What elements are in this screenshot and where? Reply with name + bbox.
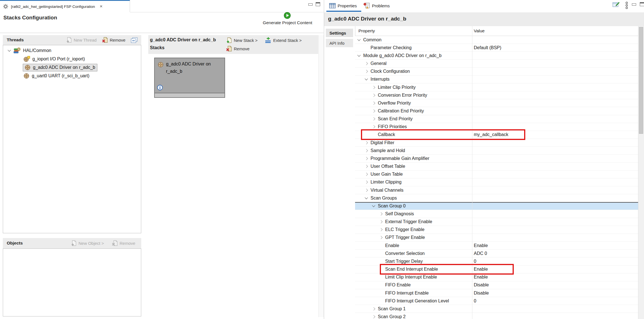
property-row-start-trigger-delay[interactable]: Start Trigger Delay0 [355,257,638,265]
property-row-scan-end-interrupt-enable[interactable]: Scan End Interrupt EnableEnable [355,266,638,273]
chevron-right-icon[interactable] [365,165,368,168]
chevron-right-icon[interactable] [372,86,375,89]
property-row-fifo-interrupt-generation-level[interactable]: FIFO Interrupt Generation Level0 [355,297,638,305]
view-maximize-icon[interactable] [640,2,644,6]
property-value[interactable]: Disable [474,291,489,296]
property-row-interrupts[interactable]: Interrupts [355,76,638,83]
property-row-digital-filter[interactable]: Digital Filter [355,139,638,147]
property-value[interactable]: Enable [474,275,488,280]
chevron-right-icon[interactable] [379,220,382,223]
tree-item-g_ioport[interactable]: g_ioport I/O Port (r_ioport) [3,55,141,63]
property-row-overflow-priority[interactable]: Overflow Priority [355,99,638,107]
property-row-user-gain-table[interactable]: User Gain Table [355,171,638,178]
blue-info-icon[interactable] [157,85,163,91]
property-value[interactable]: my_adc_callback [474,132,508,137]
chevron-down-icon[interactable] [372,204,375,207]
editor-properties-divider[interactable] [324,0,324,319]
properties-scrollbar-thumb[interactable] [639,27,643,134]
property-row-common[interactable]: Common [355,36,638,44]
chevron-right-icon[interactable] [365,141,368,144]
property-row-user-offset-table[interactable]: User Offset Table [355,163,638,171]
chevron-right-icon[interactable] [372,307,375,310]
remove-stack-button[interactable]: Remove [226,46,250,52]
kebab-dots-icon[interactable] [625,2,628,9]
generate-project-content-button[interactable]: Generate Project Content [258,20,317,25]
property-row-fifo-enable[interactable]: FIFO EnableDisable [355,281,638,289]
close-icon[interactable]: × [100,4,102,9]
chevron-down-icon[interactable] [357,38,360,41]
tree-item-g_adc0[interactable]: g_adc0 ADC Driver on r_adc_b [3,63,141,72]
property-row-parameter-checking[interactable]: Parameter CheckingDefault (BSP) [355,44,638,52]
property-row-programmable-gain-amplifier[interactable]: Programmable Gain Amplifier [355,155,638,162]
stacks-panel-scrollbar[interactable] [318,35,324,317]
chevron-down-icon[interactable] [357,53,360,56]
property-row-external-trigger-enable[interactable]: External Trigger Enable [355,218,638,226]
extend-stack-button[interactable]: Extend Stack > [265,37,302,43]
property-row-callback[interactable]: Callbackmy_adc_callback [355,131,638,139]
property-row-fifo-priorities[interactable]: FIFO Priorities [355,123,638,131]
property-row-self-diagnosis[interactable]: Self Diagnosis [355,210,638,218]
property-value[interactable]: 0 [474,259,476,264]
chevron-right-icon[interactable] [379,228,382,231]
window-green-pin-icon[interactable] [612,1,620,8]
chevron-down-icon[interactable] [365,77,368,80]
chevron-right-icon[interactable] [372,101,375,105]
view-minimize-icon[interactable] [632,3,636,6]
chevron-right-icon[interactable] [372,94,375,97]
maximize-icon[interactable] [316,2,320,6]
property-row-enable[interactable]: EnableEnable [355,242,638,250]
property-row-elc-trigger-enable[interactable]: ELC Trigger Enable [355,226,638,234]
tab-properties[interactable]: Properties [338,3,357,8]
chevron-right-icon[interactable] [372,117,375,120]
property-row-limiter-clipping[interactable]: Limiter Clipping [355,178,638,186]
chevron-right-icon[interactable] [365,62,368,65]
chevron-right-icon[interactable] [365,157,368,160]
side-tab-api-info[interactable]: API Info [326,39,353,47]
property-value-column-divider[interactable] [472,26,472,319]
chevron-right-icon[interactable] [365,173,368,176]
chevron-right-icon[interactable] [372,315,375,318]
green-play-icon[interactable] [284,12,291,19]
property-value[interactable]: Default (BSP) [474,45,501,50]
property-row-scan-groups[interactable]: Scan Groups [355,194,638,202]
minimize-icon[interactable] [308,3,313,6]
chevron-right-icon[interactable] [372,109,375,112]
property-row-scan-group-0[interactable]: Scan Group 0 [355,202,638,210]
stack-card-g-adc0[interactable]: g_adc0 ADC Driver on r_adc_b [154,58,225,98]
property-row-virtual-channels[interactable]: Virtual Channels [355,186,638,194]
property-row-converter-selection[interactable]: Converter SelectionADC 0 [355,250,638,257]
chevron-right-icon[interactable] [379,236,382,239]
property-value[interactable]: Enable [474,267,488,272]
property-row-general[interactable]: General [355,60,638,67]
tree-item-hal-common[interactable]: HAL/Common [3,46,141,55]
property-value[interactable]: Disable [474,282,489,288]
property-row-limiter-clip-priority[interactable]: Limiter Clip Priority [355,83,638,91]
remove-thread-button[interactable]: Remove [102,37,125,43]
side-tab-settings[interactable]: Settings [326,29,353,37]
chevron-right-icon[interactable] [365,70,368,73]
chevron-down-icon[interactable] [8,48,11,51]
tab-problems[interactable]: Problems [372,3,390,8]
chevron-right-icon[interactable] [365,181,368,184]
property-row-scan-group-1[interactable]: Scan Group 1 [355,305,638,313]
chevron-right-icon[interactable] [372,125,375,128]
chevron-right-icon[interactable] [365,149,368,152]
chevron-right-icon[interactable] [365,189,368,192]
property-value[interactable]: Enable [474,243,488,248]
collapse-window-minus-icon[interactable] [131,37,138,43]
property-row-conversion-error-priority[interactable]: Conversion Error Priority [355,91,638,99]
property-row-fifo-interrupt-enable[interactable]: FIFO Interrupt EnableDisable [355,289,638,297]
property-row-sample-and-hold[interactable]: Sample and Hold [355,147,638,155]
property-row-module-g-adc0-adc-driver-on-r-adc-b[interactable]: Module g_adc0 ADC Driver on r_adc_b [355,52,638,60]
chevron-down-icon[interactable] [365,196,368,199]
property-row-calibration-end-priority[interactable]: Calibration End Priority [355,107,638,115]
property-value[interactable]: ADC 0 [474,251,487,256]
property-row-clock-configuration[interactable]: Clock Configuration [355,68,638,76]
property-row-scan-group-2[interactable]: Scan Group 2 [355,313,638,319]
property-value[interactable]: 0 [474,298,476,304]
property-row-scan-end-priority[interactable]: Scan End Priority [355,115,638,123]
tree-item-g_uart0[interactable]: g_uart0 UART (r_sci_b_uart) [3,72,141,80]
property-row-limit-clip-interrupt-enable[interactable]: Limit Clip Interrupt EnableEnable [355,273,638,281]
new-stack-button[interactable]: New Stack > [226,37,258,43]
property-row-gpt-trigger-enable[interactable]: GPT Trigger Enable [355,234,638,242]
